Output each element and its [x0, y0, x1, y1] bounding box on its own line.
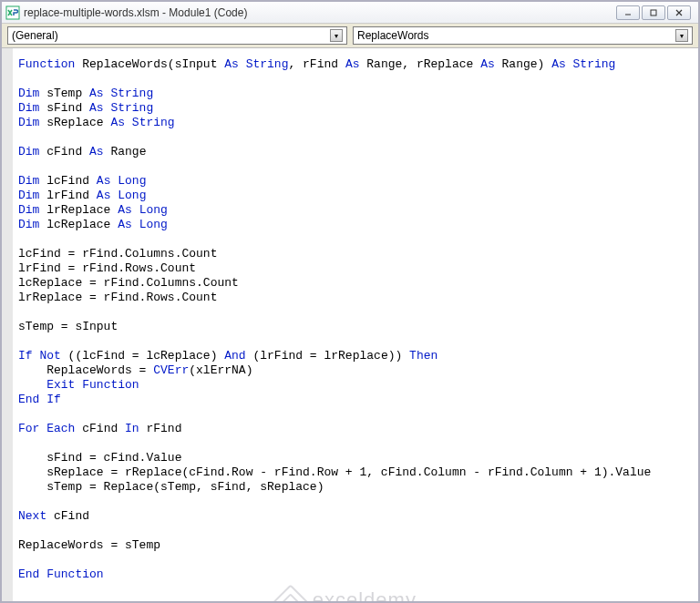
- procedure-dropdown[interactable]: ReplaceWords ▾: [353, 26, 693, 45]
- maximize-button[interactable]: [642, 5, 665, 20]
- object-procedure-row: (General) ▾ ReplaceWords ▾: [2, 24, 698, 48]
- code-content: Function ReplaceWords(sInput As String, …: [13, 48, 698, 591]
- vba-module-icon: [5, 5, 20, 20]
- gutter-border: [12, 48, 13, 603]
- titlebar: replace-multiple-words.xlsm - Module1 (C…: [2, 2, 698, 24]
- chevron-down-icon: ▾: [330, 29, 343, 42]
- code-editor[interactable]: Function ReplaceWords(sInput As String, …: [2, 48, 698, 603]
- object-dropdown-value: (General): [12, 29, 330, 42]
- procedure-dropdown-value: ReplaceWords: [357, 29, 675, 42]
- close-button[interactable]: [667, 5, 691, 20]
- chevron-down-icon: ▾: [675, 29, 688, 42]
- svg-rect-2: [651, 10, 656, 15]
- window-title: replace-multiple-words.xlsm - Module1 (C…: [24, 6, 616, 19]
- object-dropdown[interactable]: (General) ▾: [7, 26, 347, 45]
- minimize-button[interactable]: [616, 5, 640, 20]
- window-controls: [616, 5, 691, 20]
